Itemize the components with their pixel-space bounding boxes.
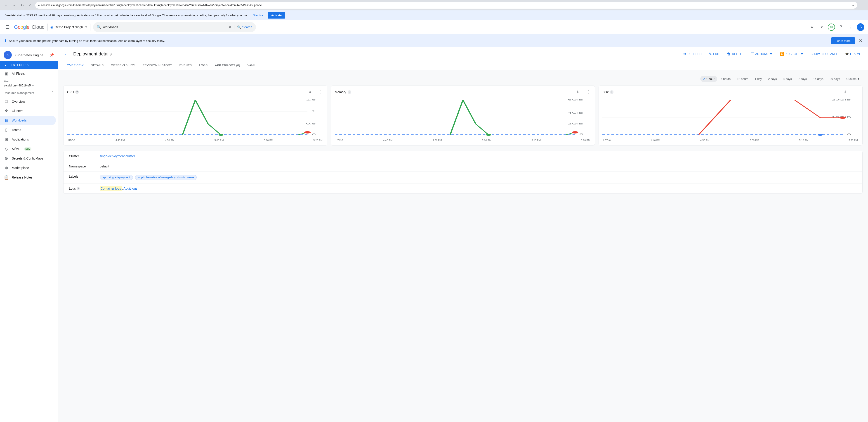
main-header: ☰ Google Cloud ◉ Demo Project Singh ▼ 🔍 … bbox=[0, 20, 868, 34]
notification-badge[interactable]: 10 bbox=[828, 24, 835, 31]
disk-chart-card: Disk ? ⇕ ~ ⋮ 20GiB 10GiB 0 bbox=[598, 86, 863, 145]
show-info-panel-btn[interactable]: SHOW INFO PANEL bbox=[808, 51, 840, 57]
time-range-custom[interactable]: Custom ▼ bbox=[844, 76, 863, 82]
learn-more-btn[interactable]: Learn more bbox=[831, 37, 855, 44]
time-range-14days[interactable]: 14 days bbox=[810, 76, 826, 82]
memory-more-btn[interactable]: ⋮ bbox=[586, 89, 591, 94]
sidebar-item-marketplace[interactable]: ⊛ Marketplace bbox=[0, 163, 56, 173]
security-banner-close-btn[interactable]: ✕ bbox=[858, 37, 864, 44]
google-cloud-logo[interactable]: Google Cloud bbox=[14, 24, 45, 30]
tab-logs[interactable]: LOGS bbox=[195, 61, 211, 70]
browser-back-btn[interactable]: ← bbox=[3, 2, 9, 8]
cpu-more-btn[interactable]: ⋮ bbox=[318, 89, 323, 94]
trial-activate-btn[interactable]: Activate bbox=[268, 12, 285, 19]
browser-address-bar[interactable]: ● console.cloud.google.com/kubernetes/de… bbox=[35, 2, 857, 8]
audit-logs-link[interactable]: Audit logs bbox=[123, 187, 137, 190]
sidebar-pin-btn[interactable]: 📌 bbox=[50, 53, 54, 57]
time-range-7days[interactable]: 7 days bbox=[796, 76, 809, 82]
svg-text:1.5: 1.5 bbox=[306, 98, 316, 101]
sidebar-item-enterprise[interactable]: ENTERPRISE bbox=[0, 61, 58, 69]
cpu-expand-btn[interactable]: ⇕ bbox=[308, 89, 312, 94]
sidebar-item-teams[interactable]: ▯ Teams bbox=[0, 125, 56, 135]
tab-events[interactable]: EVENTS bbox=[176, 61, 195, 70]
edit-label: EDIT bbox=[713, 52, 720, 56]
svg-point-10 bbox=[218, 134, 223, 136]
sidebar-item-release-notes[interactable]: 📋 Release Notes bbox=[0, 173, 56, 182]
time-range-1day[interactable]: 1 day bbox=[752, 76, 765, 82]
memory-expand-btn[interactable]: ⇕ bbox=[575, 89, 580, 94]
sidebar-item-overview[interactable]: □ Overview bbox=[0, 97, 56, 106]
sidebar-item-workloads[interactable]: ▦ Workloads bbox=[0, 116, 56, 125]
help-btn[interactable]: ? bbox=[837, 23, 845, 31]
avatar-btn[interactable]: S bbox=[857, 23, 864, 31]
browser-forward-btn[interactable]: → bbox=[11, 2, 17, 8]
sidebar-item-all-fleets[interactable]: ▣ All Fleets bbox=[0, 69, 56, 78]
cloud-shell-btn[interactable]: > bbox=[818, 23, 826, 31]
search-clear-btn[interactable]: ✕ bbox=[228, 25, 231, 30]
tab-observability[interactable]: OBSERVABILITY bbox=[107, 61, 139, 70]
project-selector[interactable]: ◉ Demo Project Singh ▼ bbox=[48, 23, 90, 31]
back-btn[interactable]: ← bbox=[63, 51, 70, 57]
time-range-12hours[interactable]: 12 hours bbox=[734, 76, 751, 82]
memory-help-icon[interactable]: ? bbox=[348, 90, 351, 94]
refresh-label: REFRESH bbox=[687, 52, 702, 56]
sidebar-item-applications[interactable]: ⊞ Applications bbox=[0, 135, 56, 144]
delete-btn[interactable]: 🗑 DELETE bbox=[724, 51, 746, 57]
search-bar[interactable]: 🔍 ✕ 🔍 Search bbox=[93, 22, 256, 32]
cpu-help-icon[interactable]: ? bbox=[75, 90, 79, 94]
tab-overview[interactable]: OVERVIEW bbox=[63, 61, 87, 70]
disk-expand-btn[interactable]: ⇕ bbox=[843, 89, 848, 94]
search-input[interactable] bbox=[103, 25, 226, 29]
sidebar-item-secrets[interactable]: ⚙ Secrets & ConfigMaps bbox=[0, 153, 56, 163]
time-range-30days[interactable]: 30 days bbox=[827, 76, 843, 82]
sidebar-item-clusters[interactable]: ❖ Clusters bbox=[0, 106, 56, 116]
tab-app-errors[interactable]: APP ERRORS (0) bbox=[211, 61, 244, 70]
cpu-zoom-btn[interactable]: ~ bbox=[313, 90, 317, 94]
resource-management-collapse-btn[interactable]: ⌃ bbox=[51, 91, 54, 95]
time-range-1hour[interactable]: 1 hour bbox=[700, 76, 717, 82]
time-range-2days[interactable]: 2 days bbox=[765, 76, 779, 82]
cpu-chart-actions: ⇕ ~ ⋮ bbox=[308, 89, 323, 94]
actions-icon: ☰ bbox=[751, 52, 754, 56]
browser-home-btn[interactable]: ⌂ bbox=[27, 2, 33, 8]
browser-refresh-btn[interactable]: ↻ bbox=[19, 2, 25, 8]
container-logs-link[interactable]: Container logs bbox=[100, 186, 122, 191]
star-btn[interactable]: ★ bbox=[808, 23, 816, 31]
actions-btn[interactable]: ☰ ACTIONS ▼ bbox=[748, 51, 775, 57]
memory-chart-header: Memory ? ⇕ ~ ⋮ bbox=[335, 89, 591, 94]
time-range-4days[interactable]: 4 days bbox=[780, 76, 795, 82]
svg-text:4GiB: 4GiB bbox=[568, 111, 583, 114]
secrets-icon: ⚙ bbox=[4, 156, 9, 161]
memory-zoom-btn[interactable]: ~ bbox=[581, 90, 585, 94]
hamburger-menu-btn[interactable]: ☰ bbox=[4, 23, 11, 32]
cluster-link[interactable]: singh-deployment-cluster bbox=[100, 154, 135, 158]
trial-dismiss-btn[interactable]: Dismiss bbox=[250, 12, 266, 18]
sidebar-item-ai-ml[interactable]: ◇ AI/ML New bbox=[0, 144, 56, 153]
disk-more-btn[interactable]: ⋮ bbox=[853, 89, 859, 94]
browser-more-btn[interactable]: ⋮ bbox=[859, 2, 865, 8]
cpu-x-500: 5:00 PM bbox=[215, 139, 224, 142]
disk-help-icon[interactable]: ? bbox=[610, 90, 614, 94]
time-range-6hours[interactable]: 6 hours bbox=[718, 76, 733, 82]
svg-text:0: 0 bbox=[847, 133, 851, 136]
resource-management-header[interactable]: Resource Management ⌃ bbox=[0, 89, 58, 97]
tab-revision-history[interactable]: REVISION HISTORY bbox=[139, 61, 176, 70]
more-options-btn[interactable]: ⋮ bbox=[847, 23, 855, 31]
refresh-btn[interactable]: ↻ REFRESH bbox=[680, 51, 704, 57]
disk-zoom-btn[interactable]: ~ bbox=[848, 90, 852, 94]
kubectl-btn[interactable]: ⏬ KUBECTL ▼ bbox=[777, 51, 806, 57]
logs-help-icon[interactable]: ? bbox=[76, 187, 80, 190]
logs-value: Container logs, Audit logs bbox=[100, 187, 137, 190]
search-btn[interactable]: 🔍 Search bbox=[237, 25, 252, 29]
svg-text:2GiB: 2GiB bbox=[568, 122, 583, 125]
fleet-dropdown-btn[interactable]: ▼ bbox=[32, 84, 34, 87]
tab-yaml[interactable]: YAML bbox=[244, 61, 259, 70]
label-chip-1: app.kubernetes.io/managed-by: cloud-cons… bbox=[135, 175, 197, 180]
tab-details[interactable]: DETAILS bbox=[87, 61, 107, 70]
marketplace-icon: ⊛ bbox=[4, 165, 9, 170]
learn-btn[interactable]: 🎓 LEARN bbox=[842, 51, 863, 57]
fleet-selector[interactable]: e-caldron-448519-s5 ▼ bbox=[4, 84, 54, 87]
memory-chart-card: Memory ? ⇕ ~ ⋮ 6GiB 4GiB 2Gi bbox=[331, 86, 595, 145]
edit-btn[interactable]: ✎ EDIT bbox=[706, 51, 723, 57]
search-bar-icon: 🔍 bbox=[97, 25, 101, 29]
